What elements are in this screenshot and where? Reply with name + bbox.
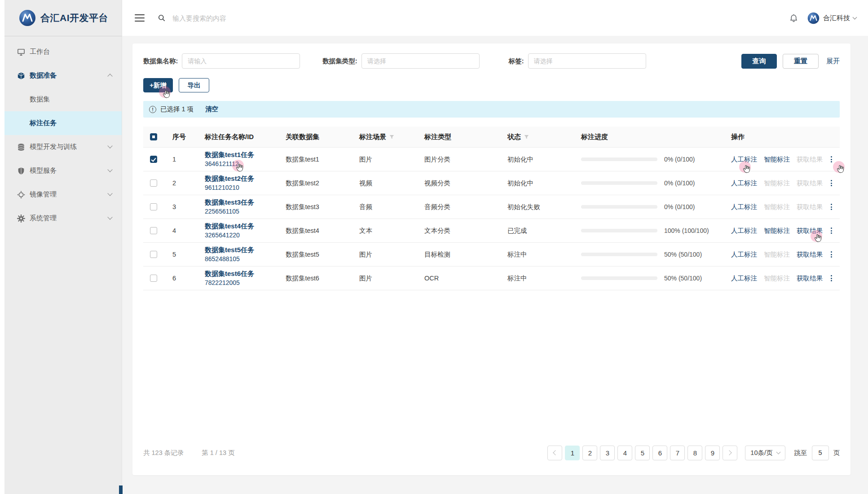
more-actions-icon[interactable] bbox=[830, 250, 833, 258]
content-card: 数据集名称: 数据集类型: 标签: 查询 重置 展开 +新增 导出 ! 已选择 … bbox=[132, 44, 850, 475]
task-name-link[interactable]: 数据集test4任务 bbox=[205, 222, 277, 231]
sidebar-item-data-prep[interactable]: 数据准备 bbox=[4, 64, 122, 87]
type-cell: 文本分类 bbox=[415, 227, 498, 235]
expand-link[interactable]: 展开 bbox=[826, 57, 840, 66]
more-actions-icon[interactable] bbox=[830, 155, 833, 163]
dataset-type-select[interactable] bbox=[361, 53, 480, 69]
sidebar-item-annotation-tasks[interactable]: 标注任务 bbox=[4, 111, 122, 135]
sidebar-item-model-service[interactable]: 模型服务 bbox=[4, 159, 122, 183]
scene-cell: 文本 bbox=[350, 227, 415, 235]
manual-annotate-link[interactable]: 人工标注 bbox=[731, 203, 757, 211]
clear-selection-link[interactable]: 清空 bbox=[205, 105, 218, 114]
row-checkbox[interactable] bbox=[150, 275, 157, 282]
filter-actions: 查询 重置 展开 bbox=[741, 54, 840, 69]
progress-text: 100% (100/100) bbox=[664, 227, 709, 234]
sidebar-menu: 工作台 数据准备 数据集 标注任务 模 bbox=[4, 40, 122, 230]
page-button-1[interactable]: 1 bbox=[565, 446, 580, 460]
reset-button[interactable]: 重置 bbox=[783, 54, 819, 69]
manual-annotate-link[interactable]: 人工标注 bbox=[731, 227, 757, 235]
page-button-2[interactable]: 2 bbox=[582, 446, 597, 460]
manual-annotate-link[interactable]: 人工标注 bbox=[731, 179, 757, 188]
col-name: 标注任务名称/ID bbox=[196, 133, 277, 141]
row-checkbox[interactable] bbox=[150, 203, 157, 210]
sidebar-item-model-dev[interactable]: 模型开发与训练 bbox=[4, 135, 122, 159]
row-checkbox[interactable] bbox=[150, 156, 157, 163]
bell-icon[interactable] bbox=[789, 13, 798, 23]
page-button-6[interactable]: 6 bbox=[652, 446, 667, 460]
info-icon: ! bbox=[149, 106, 156, 113]
more-actions-icon[interactable] bbox=[830, 179, 833, 187]
dataset-name-input[interactable] bbox=[182, 53, 300, 69]
prev-page-button[interactable] bbox=[547, 446, 562, 460]
filter-funnel-icon[interactable] bbox=[389, 135, 394, 140]
task-name-link[interactable]: 数据集test5任务 bbox=[205, 246, 277, 254]
page-size-select[interactable]: 10条/页 bbox=[745, 446, 785, 460]
page-button-4[interactable]: 4 bbox=[617, 446, 632, 460]
scene-cell: 图片 bbox=[350, 155, 415, 164]
get-result-link[interactable]: 获取结果 bbox=[797, 227, 823, 235]
row-checkbox[interactable] bbox=[150, 179, 157, 187]
sidebar-item-label: 模型开发与训练 bbox=[30, 143, 77, 151]
status-cell: 初始化中 bbox=[498, 155, 572, 164]
task-name-link[interactable]: 数据集test2任务 bbox=[205, 175, 277, 183]
hamburger-menu-icon[interactable] bbox=[135, 14, 145, 22]
manual-annotate-link[interactable]: 人工标注 bbox=[731, 274, 757, 283]
task-name-link[interactable]: 数据集test1任务 bbox=[205, 151, 277, 159]
query-button[interactable]: 查询 bbox=[741, 54, 777, 69]
page-button-8[interactable]: 8 bbox=[687, 446, 702, 460]
more-actions-icon[interactable] bbox=[830, 274, 833, 282]
row-index: 6 bbox=[163, 275, 196, 282]
avatar[interactable] bbox=[807, 12, 820, 24]
sidebar-item-label: 标注任务 bbox=[30, 119, 57, 127]
table-row: 2 数据集test2任务 9611210210 数据集test2 视频 视频分类… bbox=[143, 171, 840, 195]
sidebar-item-workbench[interactable]: 工作台 bbox=[4, 40, 122, 64]
tasks-table: 序号 标注任务名称/ID 关联数据集 标注场景 标注类型 状态 标注进度 操作 … bbox=[143, 127, 840, 290]
tag-select[interactable] bbox=[528, 53, 646, 69]
task-id: 7822212005 bbox=[205, 279, 277, 287]
page-button-9[interactable]: 9 bbox=[705, 446, 720, 460]
page-button-7[interactable]: 7 bbox=[670, 446, 685, 460]
sidebar-item-datasets[interactable]: 数据集 bbox=[4, 87, 122, 111]
smart-annotate-link: 智能标注 bbox=[764, 274, 790, 283]
next-page-button[interactable] bbox=[723, 446, 737, 460]
col-index: 序号 bbox=[163, 133, 196, 141]
sidebar-item-image-mgmt[interactable]: 镜像管理 bbox=[4, 183, 122, 206]
export-button[interactable]: 导出 bbox=[179, 78, 209, 92]
row-index: 3 bbox=[163, 203, 196, 210]
sidebar-item-label: 工作台 bbox=[30, 48, 50, 56]
dataset-cell: 数据集test2 bbox=[277, 179, 350, 188]
row-checkbox[interactable] bbox=[150, 251, 157, 258]
select-all-checkbox[interactable] bbox=[150, 133, 157, 140]
scrollbar-thumb[interactable] bbox=[119, 485, 123, 494]
scene-cell: 视频 bbox=[350, 179, 415, 188]
account-menu[interactable]: 合汇科技 bbox=[823, 14, 856, 22]
brand-logo-row: 合汇AI开发平台 bbox=[4, 0, 122, 36]
progress-bar bbox=[581, 229, 657, 232]
task-name-link[interactable]: 数据集test6任务 bbox=[205, 270, 277, 278]
page-button-5[interactable]: 5 bbox=[635, 446, 650, 460]
row-checkbox[interactable] bbox=[150, 227, 157, 234]
sidebar-item-label: 镜像管理 bbox=[30, 190, 57, 199]
more-actions-icon[interactable] bbox=[830, 227, 833, 235]
get-result-link[interactable]: 获取结果 bbox=[797, 250, 823, 259]
add-button[interactable]: +新增 bbox=[143, 78, 173, 92]
scene-cell: 图片 bbox=[350, 250, 415, 259]
filter-funnel-icon[interactable] bbox=[524, 135, 529, 140]
dataset-cell: 数据集test3 bbox=[277, 203, 350, 211]
page-button-3[interactable]: 3 bbox=[600, 446, 615, 460]
smart-annotate-link[interactable]: 智能标注 bbox=[764, 155, 790, 164]
more-actions-icon[interactable] bbox=[830, 203, 833, 211]
manual-annotate-link[interactable]: 人工标注 bbox=[731, 155, 757, 164]
task-name-link[interactable]: 数据集test3任务 bbox=[205, 198, 277, 207]
status-cell: 标注中 bbox=[498, 250, 572, 259]
pagination-controls: 1 2 3 4 5 6 7 8 9 10条/页 跳至 页 bbox=[547, 446, 840, 460]
sidebar-item-system-mgmt[interactable]: 系统管理 bbox=[4, 206, 122, 230]
chevron-down-icon bbox=[107, 191, 112, 196]
search-input[interactable] bbox=[172, 14, 361, 22]
chevron-down-icon bbox=[107, 143, 112, 148]
get-result-link[interactable]: 获取结果 bbox=[797, 274, 823, 283]
manual-annotate-link[interactable]: 人工标注 bbox=[731, 250, 757, 259]
jump-to-input[interactable] bbox=[812, 446, 829, 460]
smart-annotate-link[interactable]: 智能标注 bbox=[764, 227, 790, 235]
col-dataset: 关联数据集 bbox=[277, 133, 350, 141]
